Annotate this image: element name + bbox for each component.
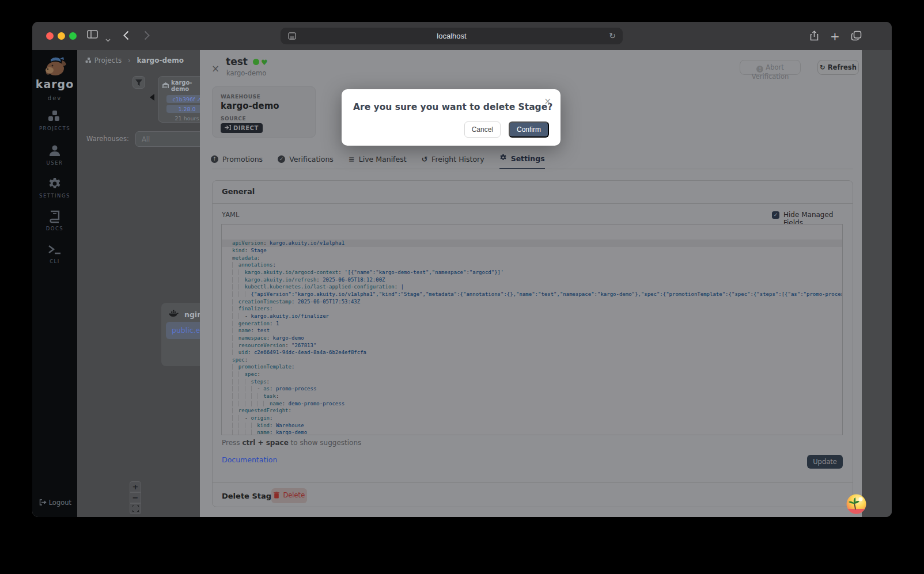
stage-title: test♥ [226, 56, 268, 67]
projects-breadcrumb-icon [85, 56, 94, 64]
traffic-zoom-button[interactable] [69, 32, 77, 40]
yaml-label: YAML [222, 211, 239, 219]
trash-icon [274, 491, 283, 499]
freight-card-title: kargo-demo [171, 79, 204, 92]
breadcrumb-projects[interactable]: Projects [94, 56, 122, 64]
app-page: kargo dev PROJECTS USER SETTINGS [32, 50, 892, 517]
reload-icon[interactable]: ↻ [609, 31, 616, 40]
app-sidebar: kargo dev PROJECTS USER SETTINGS [32, 50, 77, 517]
tab-promotions[interactable]: ↑Promotions [211, 154, 263, 169]
modal-title: Are you sure you want to delete Stage? [353, 102, 552, 112]
sidebar-item-user[interactable]: USER [32, 144, 77, 166]
new-tab-button[interactable]: + [830, 29, 840, 43]
arrow-into-bracket-icon [225, 125, 231, 131]
terminal-icon [32, 244, 77, 256]
breadcrumb: Projects › kargo-demo [85, 56, 184, 64]
sidebar-item-projects[interactable]: PROJECTS [32, 109, 77, 131]
kargo-mascot-logo [43, 55, 68, 80]
abort-verification-button[interactable]: !Abort Verification [740, 60, 801, 75]
warehouse-label: WAREHOUSE [221, 94, 307, 100]
source-label: SOURCE [221, 116, 307, 121]
yaml-code: apiVersion: kargo.akuity.io/v1alpha1kind… [232, 240, 842, 435]
forward-button[interactable] [144, 31, 150, 43]
warehouse-name: kargo-demo [221, 101, 307, 111]
direct-source-badge: DIRECT [221, 123, 263, 133]
general-settings-card: General YAML ✓ Hide Managed Fields apiVe… [212, 180, 853, 507]
sidebar-item-label: SETTINGS [32, 193, 77, 199]
editor-hint: Press ctrl + space to show suggestions [222, 439, 361, 447]
gear-icon [499, 154, 507, 163]
zoom-in-button[interactable]: + [130, 481, 141, 492]
sidebar-item-label: USER [32, 160, 77, 166]
tabs-divider [212, 169, 853, 169]
projects-icon [32, 109, 77, 123]
share-icon[interactable] [810, 31, 819, 43]
health-status-dot [253, 59, 259, 65]
warehouse-icon [162, 82, 169, 89]
url-text: localhost [281, 32, 623, 40]
user-icon [32, 144, 77, 158]
browser-window: localhost ↻ + [32, 22, 892, 517]
manifest-lines-icon: ≡ [349, 155, 355, 164]
section-divider [213, 203, 853, 204]
tab-verifications[interactable]: ✓Verifications [278, 154, 334, 169]
browser-titlebar: localhost ↻ + [32, 22, 892, 50]
warning-icon: ! [756, 66, 763, 73]
check-circle-icon: ✓ [278, 155, 285, 163]
traffic-close-button[interactable] [46, 32, 54, 40]
update-button[interactable]: Update [807, 455, 843, 469]
warehouses-select[interactable]: All [135, 131, 205, 147]
traffic-minimize-button[interactable] [58, 32, 65, 40]
documentation-link[interactable]: Documentation [222, 455, 277, 464]
delete-confirm-modal: Are you sure you want to delete Stage? ×… [342, 89, 561, 146]
healthy-heart-icon: ♥ [261, 58, 268, 67]
delete-section-divider [213, 482, 853, 483]
fit-view-button[interactable] [130, 503, 141, 514]
confirm-button[interactable]: Confirm [509, 121, 549, 138]
stage-project-subtitle: kargo-demo [226, 69, 266, 77]
chevron-down-icon[interactable] [105, 33, 111, 44]
tab-overview-button[interactable] [851, 31, 862, 43]
refresh-button[interactable]: ↻ Refresh [817, 60, 859, 75]
hide-managed-fields-checkbox[interactable]: ✓ [772, 211, 779, 219]
kargo-wordmark: kargo [32, 78, 77, 90]
section-title: General [222, 187, 255, 196]
modal-close-icon[interactable]: × [544, 96, 551, 107]
filter-button[interactable] [132, 76, 145, 89]
logout-label: Logout [49, 499, 71, 507]
tab-settings[interactable]: Settings [499, 154, 545, 169]
logout-icon [39, 499, 49, 507]
gear-icon [32, 177, 77, 191]
sidebar-toggle-icon[interactable] [87, 30, 98, 41]
sidebar-item-docs[interactable]: DOCS [32, 210, 77, 231]
collapse-arrow-icon[interactable] [150, 92, 154, 103]
back-button[interactable] [123, 31, 129, 43]
zoom-out-button[interactable]: − [130, 492, 141, 503]
beach-sticker [846, 494, 866, 514]
tab-live-manifest[interactable]: ≡Live Manifest [349, 154, 407, 169]
delete-button[interactable]: Delete [271, 488, 307, 503]
sidebar-item-settings[interactable]: SETTINGS [32, 177, 77, 199]
drawer-close-icon[interactable]: × [211, 63, 219, 74]
breadcrumb-current: kargo-demo [137, 56, 184, 64]
yaml-editor[interactable]: apiVersion: kargo.akuity.io/v1alpha1kind… [221, 224, 843, 435]
sidebar-item-label: DOCS [32, 226, 77, 231]
promotion-icon: ↑ [211, 155, 218, 163]
sidebar-item-label: CLI [32, 259, 77, 264]
delete-stage-label: Delete Stage [222, 492, 277, 500]
sidebar-item-cli[interactable]: CLI [32, 244, 77, 264]
history-icon: ↺ [422, 155, 427, 164]
warehouses-filter-label: Warehouses: [86, 135, 129, 143]
cancel-button[interactable]: Cancel [464, 121, 501, 138]
logout-button[interactable]: Logout [39, 499, 71, 507]
breadcrumb-separator: › [128, 56, 131, 64]
env-label: dev [32, 95, 77, 101]
sidebar-item-label: PROJECTS [32, 126, 77, 131]
tab-freight-history[interactable]: ↺Freight History [422, 154, 484, 169]
refresh-icon: ↻ [820, 63, 825, 71]
url-bar[interactable]: localhost ↻ [281, 28, 623, 44]
warehouse-card: WAREHOUSE kargo-demo SOURCE DIRECT [212, 86, 316, 138]
docker-whale-icon [168, 310, 179, 319]
drawer-tabs: ↑Promotions ✓Verifications ≡Live Manifes… [211, 154, 545, 169]
book-icon [32, 210, 77, 223]
